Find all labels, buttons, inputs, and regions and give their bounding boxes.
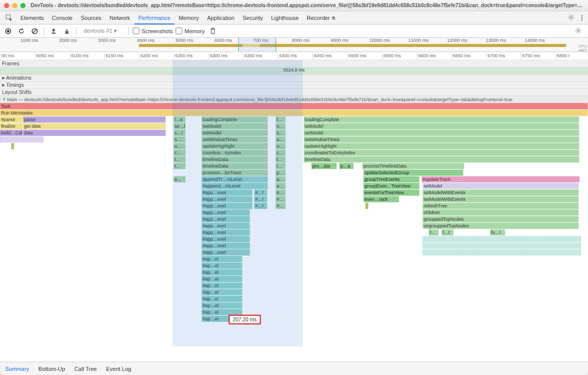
- flame-block[interactable]: processTimelineData: [362, 163, 464, 169]
- flame-block[interactable]: #…l: [254, 203, 267, 209]
- flame-block[interactable]: #app…evel: [202, 209, 250, 216]
- tab-summary[interactable]: Summary: [4, 366, 30, 372]
- flame-block[interactable]: #…: [276, 190, 286, 196]
- flame-block[interactable]: f…t: [442, 229, 454, 236]
- flame-block[interactable]: groupEven…TreeView: [363, 183, 420, 189]
- flame-block[interactable]: a…: [174, 176, 186, 182]
- flame-block[interactable]: se…l: [174, 123, 186, 129]
- more-icon[interactable]: [581, 14, 583, 21]
- flame-block[interactable]: coordinatesToEntryIndex: [304, 150, 579, 156]
- flame-block[interactable]: finalize: [0, 123, 23, 129]
- flame-block[interactable]: #app…evel: [202, 190, 253, 196]
- flame-block[interactable]: [0, 136, 23, 143]
- tab-performance[interactable]: Performance: [134, 11, 175, 25]
- flame-block[interactable]: [23, 136, 43, 143]
- upload-button[interactable]: [48, 26, 59, 36]
- flame-block[interactable]: setModel: [304, 123, 579, 129]
- tab-event-log[interactable]: Event Log: [105, 366, 133, 372]
- flame-block[interactable]: p…: [276, 170, 286, 176]
- flame-block[interactable]: s…: [276, 136, 286, 143]
- tab-sources[interactable]: Sources: [77, 11, 105, 25]
- flame-block[interactable]: pro…ata: [311, 163, 337, 169]
- flame-block[interactable]: a…: [276, 183, 286, 189]
- flame-block[interactable]: data: [23, 130, 166, 136]
- flame-block[interactable]: f…: [429, 229, 439, 236]
- flame-block[interactable]: #app…evel: [202, 236, 250, 242]
- tab-memory[interactable]: Memory: [175, 11, 203, 25]
- minimize-window-button[interactable]: [12, 3, 17, 8]
- tab-bottom-up[interactable]: Bottom-Up: [37, 366, 66, 372]
- frames-track-header[interactable]: Frames: [0, 60, 588, 67]
- flame-block[interactable]: get data: [23, 123, 166, 129]
- layout-shifts-track-header[interactable]: Layout Shifts: [0, 89, 588, 96]
- flame-block[interactable]: #app…evel: [202, 203, 253, 209]
- tab-network[interactable]: Network: [106, 11, 134, 25]
- flame-block[interactable]: timelineData: [202, 163, 268, 169]
- tab-security[interactable]: Security: [238, 11, 267, 25]
- animations-track-header[interactable]: ▶Animations: [0, 75, 588, 82]
- flame-block[interactable]: groupTreeEvents: [363, 176, 420, 182]
- flame-block[interactable]: u…: [276, 143, 286, 149]
- close-window-button[interactable]: [4, 3, 9, 8]
- reload-record-button[interactable]: [16, 26, 27, 36]
- flame-block[interactable]: #…: [276, 196, 286, 202]
- flame-block[interactable]: t…: [276, 163, 286, 169]
- flame-block[interactable]: loadingComplete: [304, 116, 579, 123]
- flame-block[interactable]: setModelWithEvents: [423, 196, 579, 202]
- flame-block[interactable]: #ap…el: [202, 283, 242, 289]
- memory-checkbox[interactable]: Memory: [176, 28, 205, 34]
- screenshots-checkbox[interactable]: Screenshots: [133, 28, 173, 34]
- tab-lighthouse[interactable]: Lighthouse: [267, 11, 303, 25]
- flame-block[interactable]: eventsForTreeView: [363, 190, 420, 196]
- flame-block[interactable]: p…a: [339, 163, 354, 169]
- flame-block[interactable]: #append…AtLevel: [202, 183, 268, 189]
- flame-block[interactable]: [423, 243, 581, 249]
- flame-block[interactable]: #…: [276, 203, 286, 209]
- tab-call-tree[interactable]: Call Tree: [74, 366, 98, 372]
- flame-block[interactable]: s…l: [174, 130, 186, 136]
- flame-block[interactable]: appendTr…AtLevel: [202, 176, 268, 182]
- flame-block[interactable]: [423, 249, 581, 255]
- flame-block[interactable]: setWindowTimes: [202, 136, 268, 143]
- download-button[interactable]: [62, 26, 72, 36]
- flame-block[interactable]: #ap…el: [202, 289, 242, 295]
- flame-block[interactable]: Task: [0, 103, 588, 109]
- flame-block[interactable]: #…l: [254, 190, 267, 196]
- flame-block[interactable]: #ap…el: [202, 256, 242, 262]
- flame-block[interactable]: #app…evel: [202, 196, 253, 202]
- flame-block[interactable]: s…: [276, 130, 286, 136]
- flame-block[interactable]: setWindowTimes: [304, 136, 579, 143]
- flame-rows[interactable]: TaskRun Microtasks#parseparsel…eloadingC…: [0, 103, 588, 322]
- flame-block[interactable]: children: [423, 209, 579, 216]
- flame-block[interactable]: setModel: [202, 130, 268, 136]
- flame-block[interactable]: build…Calls: [0, 130, 23, 136]
- maximize-window-button[interactable]: [20, 3, 26, 8]
- flame-block[interactable]: #app…evel: [202, 249, 250, 255]
- flame-block[interactable]: t…: [174, 163, 186, 169]
- flame-block[interactable]: t…: [174, 156, 186, 162]
- flame-block[interactable]: [11, 143, 14, 149]
- flame-block[interactable]: #updateTrack: [422, 176, 580, 182]
- tab-recorder[interactable]: Recorder ⚗: [303, 11, 339, 25]
- record-button[interactable]: [3, 26, 13, 36]
- flame-block[interactable]: #ap…el: [202, 276, 242, 282]
- flame-block[interactable]: #ap…el: [202, 263, 242, 269]
- flame-block[interactable]: #app…evel: [202, 243, 250, 249]
- flame-block[interactable]: u…: [174, 143, 186, 149]
- flame-block[interactable]: #…l: [254, 196, 267, 202]
- capture-settings-icon[interactable]: [575, 27, 583, 35]
- flame-block[interactable]: #parse: [0, 116, 23, 123]
- flame-block[interactable]: grouppedTopNodes: [423, 216, 579, 222]
- flame-block[interactable]: timelineData: [304, 156, 579, 162]
- flame-block[interactable]: processI…torTrace: [202, 170, 268, 176]
- flame-block[interactable]: #app…evel: [202, 223, 250, 229]
- timeline-ruler[interactable]: 00 ms6050 ms6100 ms6150 ms6200 ms6250 ms…: [0, 52, 588, 60]
- tab-elements[interactable]: Elements: [16, 11, 48, 25]
- flame-block[interactable]: even…rack: [363, 196, 399, 202]
- flame-block[interactable]: #ap…el: [202, 296, 242, 302]
- flame-block[interactable]: loadingComplete: [202, 116, 268, 123]
- main-thread-header[interactable]: ▼Main — devtools://devtools/bundled/devt…: [0, 96, 588, 103]
- flame-block[interactable]: l…: [276, 116, 286, 123]
- flame-block[interactable]: updateHighlight: [304, 143, 579, 149]
- flame-block[interactable]: [423, 236, 581, 242]
